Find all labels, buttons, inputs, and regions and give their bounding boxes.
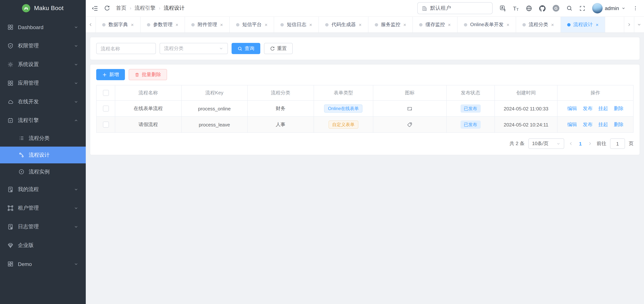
publish-link[interactable]: 发布 [583,122,592,127]
tab-code-generator[interactable]: 代码生成器× [319,17,368,32]
cell-category: 财务 [248,100,314,116]
kebab-menu-icon[interactable] [633,6,638,11]
tab-close-icon[interactable]: × [265,22,268,27]
tab-label: 附件管理 [198,21,217,28]
tab-close-icon[interactable]: × [131,22,134,27]
tab-parameter-management[interactable]: 参数管理× [140,17,185,32]
tab-dot [567,23,570,26]
tab-close-icon[interactable]: × [551,22,554,27]
sidebar-item-online-dev[interactable]: 在线开发 [0,92,86,111]
gitee-icon[interactable]: G [553,5,559,12]
sidebar-subitem-process-category[interactable]: 流程分类 [0,130,86,146]
tabs-options-icon[interactable] [634,17,644,32]
tab-label: 流程设计 [573,21,593,28]
sidebar-item-app-management[interactable]: 应用管理 [0,74,86,92]
tab-process-design[interactable]: 流程设计× [561,17,605,32]
tab-close-icon[interactable]: × [359,22,362,27]
sidebar-subitem-process-design[interactable]: 流程设计 [0,146,86,164]
fullscreen-icon[interactable] [580,6,585,11]
search-icon[interactable] [566,5,572,11]
sidebar-item-label: 在线开发 [18,98,39,105]
suspend-link[interactable]: 挂起 [598,106,608,111]
topbar-actions: 默认租户 TT G admin [417,2,638,14]
search-button[interactable]: 查询 [232,43,260,54]
reset-button[interactable]: 重置 [264,43,293,54]
tabs-scroll-right-icon[interactable] [624,17,634,32]
row-checkbox[interactable] [103,122,109,128]
edit-link[interactable]: 编辑 [567,122,577,127]
sidebar-subitem-process-instance[interactable]: 流程实例 [0,164,86,180]
breadcrumb-parent[interactable]: 流程引擎 [134,5,156,12]
broken-image-icon [407,106,412,112]
page-unit-label: 页 [629,140,634,147]
add-button[interactable]: 新增 [96,69,125,80]
sidebar-item-enterprise[interactable]: 企业版 [0,236,86,255]
batch-delete-button[interactable]: 批量删除 [129,69,167,80]
avatar[interactable] [592,3,602,14]
github-icon[interactable] [539,5,546,12]
sidebar-subitem-label: 流程设计 [29,152,50,158]
suspend-link[interactable]: 挂起 [598,122,608,127]
publish-link[interactable]: 发布 [583,106,592,111]
tab-attachment-management[interactable]: 附件管理× [185,17,230,32]
tab-close-icon[interactable]: × [220,22,223,27]
sidebar-item-label: 日志管理 [18,224,39,230]
tabs-scroll-left-icon[interactable] [86,17,96,32]
tab-dot [191,23,195,26]
row-checkbox[interactable] [103,106,109,112]
sidebar-item-label: 租户管理 [18,205,39,212]
document-check-icon [8,224,14,230]
prev-page-icon[interactable] [568,141,574,146]
tab-online-form-dev[interactable]: Online表单开发× [458,17,516,32]
collapse-sidebar-icon[interactable] [92,5,98,12]
tabbar: 数据字典× 参数管理× 附件管理× 短信平台× 短信日志× 代码生成器× 服务监… [86,17,644,33]
sidebar-item-label: Dashboard [18,24,44,30]
sidebar-item-system-settings[interactable]: 系统设置 [0,55,86,74]
font-size-icon[interactable]: TT [513,5,519,12]
process-category-select[interactable]: 流程分类 [160,43,228,54]
tab-process-category[interactable]: 流程分类× [516,17,561,32]
tab-close-icon[interactable]: × [506,22,510,27]
page-number[interactable]: 1 [578,141,583,146]
shield-check-icon [8,43,14,49]
pagination-total: 共 2 条 [510,140,525,147]
delete-link[interactable]: 删除 [614,122,624,127]
tab-service-monitor[interactable]: 服务监控× [368,17,413,32]
user-menu[interactable]: admin [592,3,626,14]
tab-close-icon[interactable]: × [309,22,312,27]
sidebar-item-dashboard[interactable]: Dashboard [0,18,86,36]
tab-close-icon[interactable]: × [403,22,406,27]
sidebar-item-tenant-management[interactable]: 租户管理 [0,199,86,218]
globe-icon[interactable] [526,5,532,12]
delete-link[interactable]: 删除 [614,106,624,111]
tab-label: 短信平台 [242,21,262,28]
sidebar-item-permission[interactable]: 权限管理 [0,36,86,55]
breadcrumb-home[interactable]: 首页 [116,5,126,12]
sidebar-item-log-management[interactable]: 日志管理 [0,218,86,236]
sidebar-item-process-engine[interactable]: 流程引擎 [0,111,86,130]
edit-link[interactable]: 编辑 [567,106,577,111]
tab-close-icon[interactable]: × [448,22,451,27]
goto-page-input[interactable] [610,138,625,149]
tab-close-icon[interactable]: × [176,22,178,27]
tab-data-dictionary[interactable]: 数据字典× [96,17,140,32]
select-all-checkbox[interactable] [103,90,109,96]
tab-label: 缓存监控 [426,21,445,28]
table-row: 请假流程 process_leave 人事 自定义表单 已发布 2024-05-… [96,116,633,132]
sidebar-item-my-process[interactable]: 我的流程 [0,180,86,199]
calendar-check-icon [8,118,14,124]
translate-icon[interactable] [500,5,506,12]
tab-close-icon[interactable]: × [596,22,598,27]
tab-cache-monitor[interactable]: 缓存监控× [413,17,457,32]
sidebar-item-demo[interactable]: Demo [0,255,86,274]
process-name-input[interactable] [96,43,156,54]
tab-sms-platform[interactable]: 短信平台× [230,17,274,32]
tenant-select[interactable]: 默认租户 [417,2,492,14]
next-page-icon[interactable] [587,141,593,146]
col-header-status: 发布状态 [446,85,495,100]
caret-down-icon [621,6,626,10]
page-size-select[interactable]: 10条/页 [528,138,564,149]
sidebar-item-label: 应用管理 [18,80,39,86]
tab-sms-log[interactable]: 短信日志× [274,17,319,32]
refresh-icon[interactable] [104,5,110,11]
